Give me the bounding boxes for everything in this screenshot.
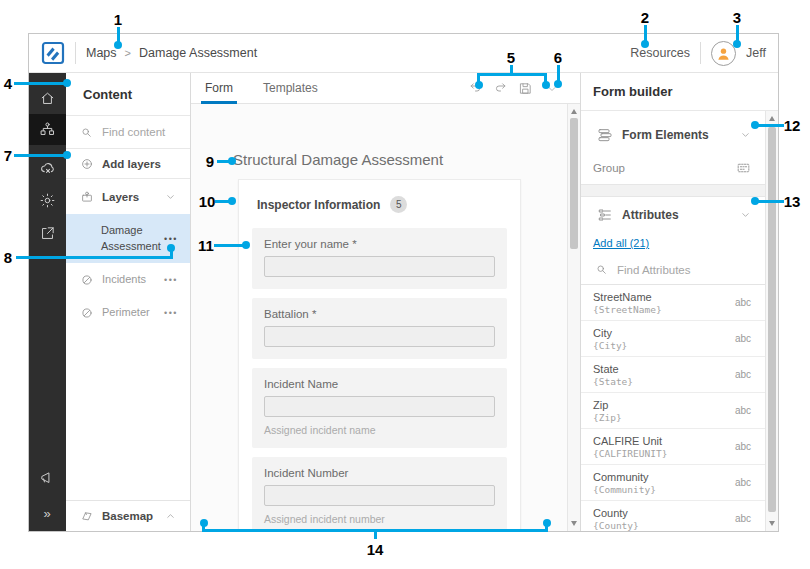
basemap-icon [80, 509, 94, 523]
app-header: Maps > Damage Assessment Resources Jeff [29, 34, 778, 73]
content-panel: Content Add layers Layers Damage Assessm… [66, 73, 191, 531]
form-field-incident-name[interactable]: Incident Name Assigned incident name [252, 368, 507, 448]
form-tab-bar: Form Templates [191, 73, 580, 104]
resources-link[interactable]: Resources [630, 46, 690, 60]
layer-options-icon[interactable]: ••• [164, 234, 178, 244]
form-canvas: Structural Damage Assessment Inspector I… [191, 104, 567, 531]
form-preview-area: Form Templates Structural Damage Assessm… [191, 73, 581, 531]
nav-rail: » [29, 73, 66, 531]
breadcrumb: Maps > Damage Assessment [86, 46, 257, 60]
group-drag-icon [736, 160, 751, 175]
feedback-megaphone-icon[interactable] [29, 462, 66, 493]
layer-options-icon[interactable]: ••• [164, 308, 178, 318]
string-type-indicator: abc [735, 297, 751, 308]
attributes-search-input[interactable] [615, 263, 735, 277]
attribute-item-city[interactable]: City {City} abc [581, 321, 765, 357]
attribute-item-zip[interactable]: Zip {Zip} abc [581, 393, 765, 429]
visibility-off-icon [80, 306, 94, 320]
layer-item-incidents[interactable]: Incidents ••• [66, 263, 190, 296]
string-type-indicator: abc [735, 333, 751, 344]
form-builder-body: Form Elements Group Attrib [581, 111, 765, 531]
group-count-badge: 5 [390, 196, 407, 213]
form-builder-title: Form builder [581, 73, 778, 111]
text-input[interactable] [264, 396, 495, 417]
arcgis-logo-icon [41, 41, 65, 65]
string-type-indicator: abc [735, 405, 751, 416]
redo-icon[interactable] [493, 81, 508, 96]
search-icon [595, 263, 608, 276]
attribute-item-county[interactable]: County {County} abc [581, 501, 765, 531]
attributes-search[interactable] [581, 255, 765, 285]
content-search-input[interactable] [100, 125, 184, 139]
section-divider [581, 184, 765, 197]
plus-circle-icon [80, 157, 94, 171]
string-type-indicator: abc [735, 513, 751, 524]
form-builder-panel: Form builder Form Elements Group [581, 73, 778, 531]
chevron-down-icon [740, 130, 751, 141]
layers-icon [80, 190, 94, 204]
tab-form[interactable]: Form [201, 73, 237, 104]
content-panel-title: Content [66, 73, 190, 116]
user-name[interactable]: Jeff [746, 46, 766, 60]
form-title[interactable]: Structural Damage Assessment [233, 151, 443, 168]
scroll-down-arrow[interactable] [769, 521, 775, 526]
text-input[interactable] [264, 326, 495, 347]
layer-item-perimeter[interactable]: Perimeter ••• [66, 296, 190, 329]
form-scrollbar[interactable] [567, 104, 580, 531]
form-element-group-item[interactable]: Group [581, 151, 765, 184]
chevron-down-icon [740, 210, 751, 221]
header-divider [700, 42, 701, 64]
chevron-up-icon [165, 511, 176, 522]
add-all-link[interactable]: Add all (21) [581, 231, 649, 255]
scroll-up-arrow[interactable] [571, 109, 577, 114]
attributes-section-header[interactable]: Attributes [581, 199, 765, 231]
collapse-panel-icon[interactable]: » [29, 498, 66, 529]
text-input[interactable] [264, 256, 495, 277]
attribute-item-state[interactable]: State {State} abc [581, 357, 765, 393]
group-element-inspector-information[interactable]: Inspector Information 5 [239, 180, 520, 213]
form-field-incident-number[interactable]: Incident Number Assigned incident number [252, 457, 507, 531]
string-type-indicator: abc [735, 441, 751, 452]
save-icon[interactable] [518, 81, 533, 96]
search-icon [80, 126, 93, 139]
header-divider [75, 42, 76, 64]
string-type-indicator: abc [735, 477, 751, 488]
layer-options-icon[interactable]: ••• [164, 275, 178, 285]
visibility-off-icon [80, 273, 94, 287]
scroll-down-arrow[interactable] [571, 521, 577, 526]
share-export-icon[interactable] [29, 218, 66, 249]
attributes-icon [597, 207, 613, 223]
layers-section-header[interactable]: Layers [66, 179, 190, 214]
builder-scrollbar[interactable] [765, 111, 778, 531]
scroll-up-arrow[interactable] [769, 116, 775, 121]
form-elements-icon [597, 127, 613, 143]
basemap-section-header[interactable]: Basemap [66, 500, 190, 531]
content-search[interactable] [66, 116, 190, 149]
form-field-battalion[interactable]: Battalion * [252, 298, 507, 359]
attribute-item-calfire-unit[interactable]: CALFIRE Unit {CALFIREUNIT} abc [581, 429, 765, 465]
app-window: Maps > Damage Assessment Resources Jeff [28, 33, 779, 532]
breadcrumb-separator-icon: > [125, 47, 131, 59]
attribute-item-community[interactable]: Community {Community} abc [581, 465, 765, 501]
home-icon[interactable] [29, 83, 66, 114]
form-elements-section-header[interactable]: Form Elements [581, 119, 765, 151]
add-layers-button[interactable]: Add layers [66, 149, 190, 179]
offline-areas-icon[interactable] [29, 153, 66, 184]
scroll-thumb[interactable] [570, 118, 578, 249]
attribute-item-streetname[interactable]: StreetName {StreetName} abc [581, 285, 765, 321]
tab-templates[interactable]: Templates [259, 73, 322, 104]
content-icon[interactable] [29, 114, 66, 145]
text-input[interactable] [264, 485, 495, 506]
breadcrumb-current: Damage Assessment [139, 46, 257, 60]
chevron-down-icon [165, 191, 176, 202]
string-type-indicator: abc [735, 369, 751, 380]
form-field-enter-your-name[interactable]: Enter your name * [252, 228, 507, 289]
scroll-thumb[interactable] [768, 127, 776, 512]
breadcrumb-maps[interactable]: Maps [86, 46, 117, 60]
settings-gear-icon[interactable] [29, 185, 66, 216]
form-card: Inspector Information 5 Enter your name … [238, 179, 521, 531]
